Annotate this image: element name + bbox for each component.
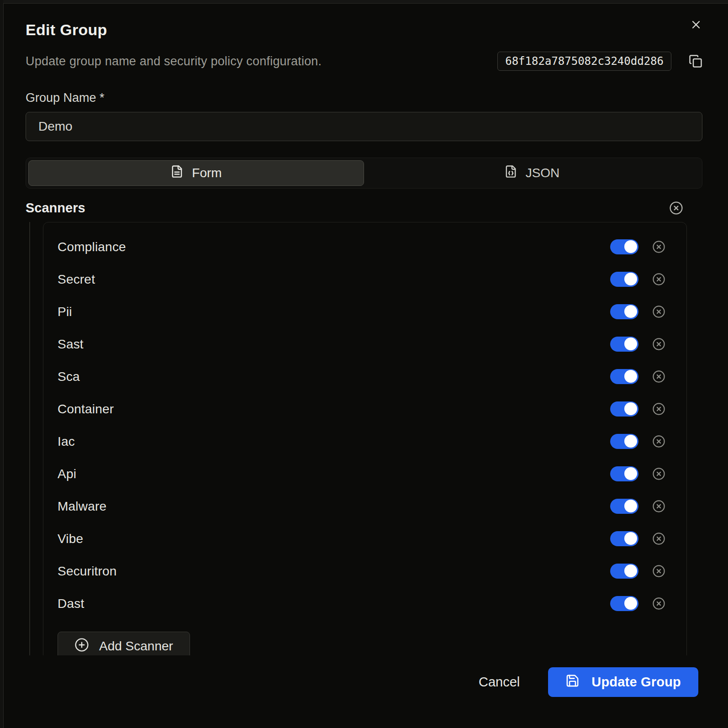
- circle-x-icon: [652, 273, 665, 286]
- indent-guide-line: [29, 222, 30, 655]
- circle-x-icon: [652, 467, 665, 480]
- cancel-button[interactable]: Cancel: [472, 675, 526, 690]
- scanner-toggle[interactable]: [610, 499, 638, 514]
- circle-x-icon: [652, 597, 665, 610]
- circle-x-icon: [652, 305, 665, 318]
- toggle-knob: [624, 597, 637, 610]
- toggle-knob: [624, 532, 637, 545]
- scanner-label: Malware: [58, 499, 610, 514]
- add-scanner-button[interactable]: Add Scanner: [58, 632, 190, 655]
- scanner-toggle[interactable]: [610, 304, 638, 319]
- remove-scanner-button[interactable]: [652, 370, 665, 383]
- modal-title: Edit Group: [26, 21, 702, 39]
- scanner-toggle[interactable]: [610, 239, 638, 254]
- toggle-knob: [624, 435, 637, 448]
- remove-scanner-button[interactable]: [652, 305, 665, 318]
- scanner-toggle[interactable]: [610, 596, 638, 611]
- scanner-toggle[interactable]: [610, 337, 638, 352]
- plus-circle-icon: [74, 638, 89, 655]
- scanners-section-title: Scanners: [26, 200, 85, 216]
- modal-subtitle: Update group name and security policy co…: [26, 54, 322, 69]
- scanner-label: Pii: [58, 305, 610, 319]
- group-name-label: Group Name *: [26, 91, 702, 105]
- toggle-knob: [624, 240, 637, 253]
- scanners-panel: Compliance Secret: [43, 222, 687, 655]
- scanner-row: Vibe: [58, 522, 665, 555]
- remove-scanner-button[interactable]: [652, 435, 665, 448]
- modal-footer: Cancel Update Group: [26, 667, 702, 697]
- remove-scanner-button[interactable]: [652, 273, 665, 286]
- circle-x-icon: [652, 564, 665, 578]
- scanners-scroll-area[interactable]: Compliance Secret: [26, 222, 702, 655]
- scanner-row: Securitron: [58, 555, 665, 587]
- toggle-knob: [624, 273, 637, 285]
- close-button[interactable]: [688, 16, 704, 33]
- remove-scanner-button[interactable]: [652, 532, 665, 545]
- scanner-label: Iac: [58, 434, 610, 449]
- circle-x-icon: [652, 402, 665, 416]
- tab-form[interactable]: Form: [28, 160, 364, 186]
- scanner-label: Securitron: [58, 564, 610, 579]
- copy-id-button[interactable]: [689, 54, 702, 68]
- tab-json-label: JSON: [526, 166, 560, 180]
- scanner-label: Container: [58, 402, 610, 417]
- scanner-row: Iac: [58, 425, 665, 458]
- scanner-row: Sast: [58, 328, 665, 360]
- remove-scanner-button[interactable]: [652, 240, 665, 253]
- toggle-knob: [624, 370, 637, 383]
- scanner-row: Api: [58, 458, 665, 490]
- toggle-knob: [624, 338, 637, 350]
- scanners-section-header: Scanners: [26, 200, 702, 216]
- remove-scanner-button[interactable]: [652, 597, 665, 610]
- tab-json[interactable]: JSON: [364, 160, 700, 186]
- toggle-knob: [624, 305, 637, 318]
- close-icon: [690, 18, 702, 31]
- copy-icon: [689, 54, 702, 68]
- circle-x-icon: [652, 500, 665, 513]
- remove-scanner-button[interactable]: [652, 500, 665, 513]
- group-name-input[interactable]: [26, 112, 702, 141]
- scanner-row: Container: [58, 393, 665, 425]
- scanner-row: Sca: [58, 360, 665, 393]
- group-id-badge: 68f182a7875082c3240dd286: [497, 52, 671, 71]
- toggle-knob: [624, 500, 637, 512]
- scanner-toggle[interactable]: [610, 434, 638, 449]
- file-text-icon: [170, 165, 184, 181]
- scanner-toggle[interactable]: [610, 272, 638, 287]
- scanner-toggle[interactable]: [610, 564, 638, 579]
- scanner-toggle[interactable]: [610, 401, 638, 417]
- scanner-label: Dast: [58, 596, 610, 611]
- toggle-knob: [624, 564, 637, 577]
- scanner-row: Pii: [58, 295, 665, 328]
- scanner-row: Compliance: [58, 231, 665, 263]
- update-group-label: Update Group: [591, 675, 681, 690]
- view-mode-tabs: Form JSON: [26, 158, 702, 189]
- background-page-strip: [0, 0, 3, 728]
- scanner-row: Malware: [58, 490, 665, 522]
- edit-group-modal: Edit Group Update group name and securit…: [3, 3, 728, 728]
- scanner-label: Api: [58, 467, 610, 481]
- scanner-label: Compliance: [58, 240, 610, 254]
- scanner-toggle[interactable]: [610, 369, 638, 384]
- modal-subheader: Update group name and security policy co…: [26, 52, 702, 71]
- scanner-label: Sca: [58, 369, 610, 384]
- add-scanner-label: Add Scanner: [99, 639, 173, 654]
- remove-scanners-section-button[interactable]: [669, 201, 683, 215]
- group-id-area: 68f182a7875082c3240dd286: [497, 52, 702, 71]
- toggle-knob: [624, 402, 637, 415]
- save-icon: [565, 674, 580, 691]
- update-group-button[interactable]: Update Group: [548, 667, 698, 697]
- scanner-label: Vibe: [58, 532, 610, 546]
- tab-form-label: Form: [192, 166, 222, 180]
- scanner-toggle[interactable]: [610, 531, 638, 546]
- modal-header: Edit Group: [26, 21, 702, 39]
- remove-scanner-button[interactable]: [652, 467, 665, 480]
- remove-scanner-button[interactable]: [652, 402, 665, 416]
- circle-x-icon: [652, 370, 665, 383]
- remove-scanner-button[interactable]: [652, 564, 665, 578]
- circle-x-icon: [652, 240, 665, 253]
- remove-scanner-button[interactable]: [652, 338, 665, 351]
- scanner-toggle[interactable]: [610, 466, 638, 481]
- scanner-row: Secret: [58, 263, 665, 295]
- scanner-label: Sast: [58, 337, 610, 352]
